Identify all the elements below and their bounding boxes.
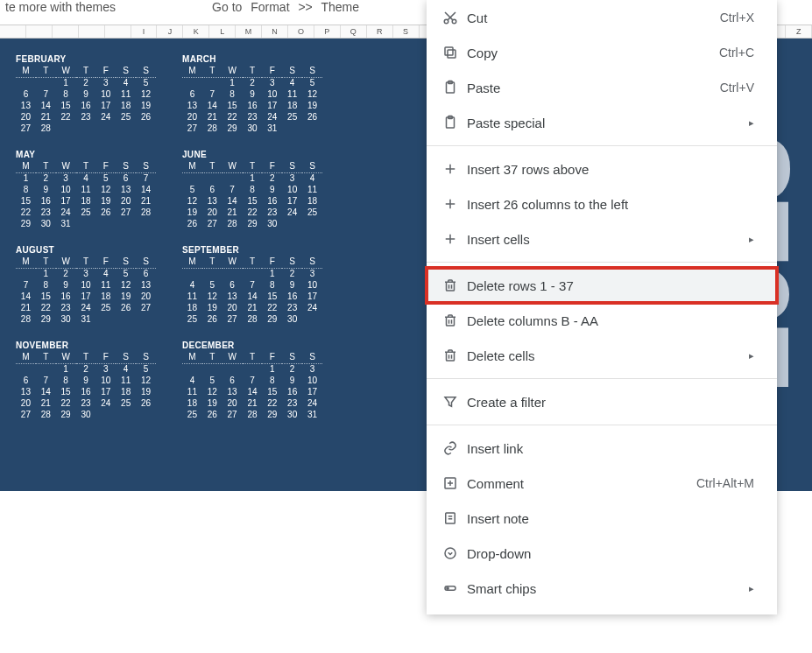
menu-insert-note-label: Insert note [467,511,754,526]
day-cell [116,313,136,325]
day-cell: 2 [76,363,96,375]
day-cell: 18 [116,100,136,111]
day-cell: 20 [222,302,243,313]
day-cell: 24 [262,111,282,123]
menu-insert-note[interactable]: Insert note [427,501,777,536]
menu-delete-cols[interactable]: Delete columns B - AA [427,303,777,338]
day-header: W [222,161,243,172]
day-cell [36,363,56,375]
day-cell: 24 [95,397,116,409]
menu-comment-label: Comment [467,476,696,491]
column-header-cell[interactable]: M [236,25,262,38]
menu-paste-special[interactable]: Paste special ▸ [427,105,777,140]
menu-comment[interactable]: Comment Ctrl+Alt+M [427,466,777,501]
column-header-cell[interactable]: R [367,25,393,38]
column-header-cell[interactable] [0,25,26,38]
day-cell: 23 [76,397,96,409]
day-cell: 19 [302,100,322,111]
day-cell: 20 [182,111,202,123]
menu-cut[interactable]: Cut Ctrl+X [427,0,777,35]
column-header-cell[interactable] [26,25,53,38]
column-header-cell[interactable]: O [288,25,314,38]
month-block: SEPTEMBERMTWTFSS123456789101112131415161… [182,245,340,325]
month-block: AUGUSTMTWTFSS123456789101112131415161718… [16,245,173,325]
day-cell [282,218,302,229]
day-header: F [95,352,116,363]
day-cell: 17 [262,100,282,111]
day-cell: 10 [302,375,322,386]
day-cell: 17 [302,386,322,397]
menu-insert-rows-above[interactable]: Insert 37 rows above [427,151,777,186]
day-cell: 8 [222,88,243,100]
day-cell: 9 [243,88,263,100]
month-title: DECEMBER [182,341,340,350]
day-cell [56,123,76,134]
day-cell: 25 [182,313,202,325]
column-header-cell[interactable]: K [183,25,209,38]
day-header: S [282,352,302,363]
day-cell [282,123,302,134]
day-cell: 23 [282,302,302,313]
day-cell: 5 [116,268,136,279]
menu-copy[interactable]: Copy Ctrl+C [427,35,777,70]
column-header-cell[interactable] [105,25,131,38]
column-header-cell[interactable]: N [262,25,288,38]
menu-smart-chips[interactable]: Smart chips ▸ [427,571,777,606]
column-header-cell[interactable]: J [157,25,183,38]
column-header-cell[interactable]: I [131,25,158,38]
day-header: S [302,161,322,172]
day-cell: 4 [116,77,136,88]
day-header: T [76,66,96,77]
day-header: T [36,161,56,172]
day-cell: 23 [56,302,76,313]
month-grid: MTWTFSS123456789101112131415161718192021… [16,66,156,134]
day-cell: 19 [136,386,156,397]
day-cell [136,123,156,134]
smart-chips-icon [442,580,467,596]
day-cell: 10 [95,375,116,386]
column-header-cell[interactable] [53,25,79,38]
cut-icon [442,10,467,25]
day-header: F [95,161,116,172]
menu-delete-cells[interactable]: Delete cells ▸ [427,338,777,373]
menu-insert-cols-left[interactable]: Insert 26 columns to the left [427,186,777,221]
day-header: W [56,256,76,268]
day-cell [182,268,202,279]
breadcrumb-format: Format [251,0,289,14]
day-header: S [302,352,322,363]
day-cell: 1 [16,172,36,184]
day-cell: 3 [95,363,116,375]
month-grid: MTWTFSS123456789101112131415161718192021… [182,161,322,229]
copy-icon [442,45,467,60]
menu-delete-rows[interactable]: Delete rows 1 - 37 [427,268,777,303]
day-cell: 2 [56,268,76,279]
day-header: T [202,256,222,268]
day-cell: 11 [116,375,136,386]
day-cell: 2 [36,172,56,184]
day-cell: 3 [56,172,76,184]
menu-insert-cells[interactable]: Insert cells ▸ [427,221,777,256]
column-header-cell[interactable] [79,25,105,38]
menu-separator [427,145,777,146]
menu-paste[interactable]: Paste Ctrl+V [427,70,777,105]
menu-create-filter[interactable]: Create a filter [427,384,777,419]
day-header: S [282,66,302,77]
day-cell: 7 [36,88,56,100]
column-header-cell[interactable]: P [314,25,341,38]
column-header-cell[interactable]: Z [786,25,812,38]
day-cell: 29 [243,218,263,229]
menu-insert-link[interactable]: Insert link [427,431,777,466]
day-cell: 16 [243,100,263,111]
column-header-cell[interactable]: Q [341,25,367,38]
column-header-cell[interactable]: S [393,25,420,38]
column-header-cell[interactable]: L [209,25,236,38]
menu-cut-label: Cut [467,11,720,25]
day-cell: 11 [282,88,302,100]
day-cell [136,313,156,325]
day-cell: 21 [16,302,36,313]
day-cell: 2 [262,172,282,184]
day-cell: 1 [222,77,243,88]
menu-dropdown[interactable]: Drop-down [427,536,777,571]
day-header: W [222,66,243,77]
plus-icon [442,161,467,177]
